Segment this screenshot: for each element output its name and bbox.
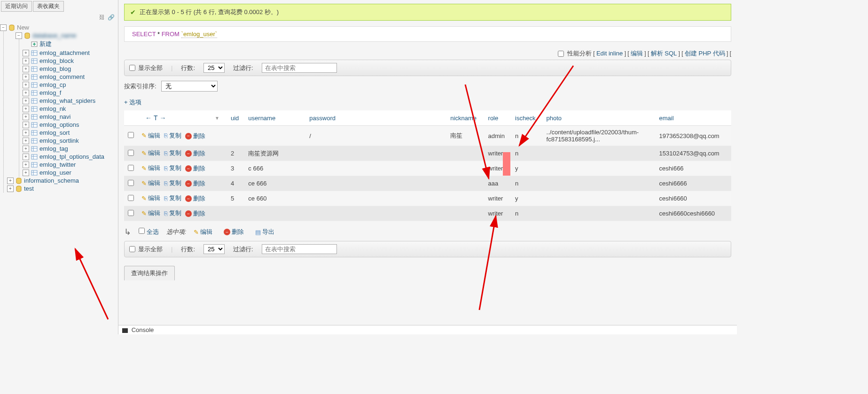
create-php-link[interactable]: 创建 PHP 代码 [685,50,725,57]
sort-indicator-icon[interactable]: ▼ [215,116,219,121]
tab-recent[interactable]: 近期访问 [1,1,32,12]
tree-table-emlog_blog[interactable]: emlog_blog [23,65,118,73]
tree-table-emlog_options[interactable]: emlog_options [23,121,118,129]
row-delete[interactable]: −删除 [185,149,205,158]
row-checkbox[interactable] [128,195,134,201]
expand-icon[interactable] [23,154,29,160]
tree-table-emlog_tag[interactable]: emlog_tag [23,145,118,153]
col-photo[interactable]: photo [543,110,656,126]
profiling-checkbox[interactable] [558,51,564,57]
link2-icon[interactable]: 🔗 [108,14,114,21]
arrow-left-icon[interactable]: ← [145,114,152,122]
parse-sql-link[interactable]: 解析 SQL [651,50,677,57]
expand-icon[interactable] [23,106,29,112]
row-edit[interactable]: ✎编辑 [141,179,160,187]
expand-icon[interactable] [23,74,29,80]
row-edit[interactable]: ✎编辑 [141,149,160,157]
row-copy[interactable]: ⎘复制 [164,164,181,172]
row-copy[interactable]: ⎘复制 [164,131,181,140]
expand-icon[interactable] [23,170,29,176]
expand-icon[interactable] [23,114,29,120]
expand-icon[interactable] [23,138,29,144]
expand-icon[interactable] [23,98,29,104]
row-checkbox[interactable] [128,132,134,138]
tree-table-emlog_nk[interactable]: emlog_nk [23,105,118,113]
tree-table-emlog_sort[interactable]: emlog_sort [23,129,118,137]
expand-icon[interactable] [23,58,29,64]
expand-icon[interactable] [7,185,14,192]
collapse-icon[interactable] [0,24,7,31]
col-password[interactable]: password [305,110,446,126]
col-nickname[interactable]: nickname [446,110,484,126]
tree-table-emlog_comment[interactable]: emlog_comment [23,73,118,81]
row-copy[interactable]: ⎘复制 [164,194,181,202]
tree-root[interactable]: New [0,23,118,31]
expand-icon[interactable] [23,82,29,88]
edit-inline-link[interactable]: Edit inline [596,50,623,57]
filter-input[interactable] [262,63,337,73]
expand-icon[interactable] [23,66,29,72]
show-all-control-bottom[interactable]: 显示全部 [129,245,163,254]
tab-favorites[interactable]: 表收藏夹 [33,1,64,12]
row-edit[interactable]: ✎编辑 [141,194,160,202]
arrow-right-icon[interactable]: → [160,114,166,122]
tree-db-information_schema[interactable]: information_schema [7,177,118,185]
row-copy[interactable]: ⎘复制 [164,179,181,187]
row-edit[interactable]: ✎编辑 [141,131,160,140]
link-icon[interactable]: ⛓ [98,14,105,21]
bulk-edit[interactable]: ✎ 编辑 [194,228,212,236]
tree-table-emlog_navi[interactable]: emlog_navi [23,113,118,121]
tree-table-emlog_tpl_options_data[interactable]: emlog_tpl_options_data [23,153,118,161]
row-delete[interactable]: −删除 [185,179,205,188]
expand-icon[interactable] [23,90,29,96]
tree-table-emlog_sortlink[interactable]: emlog_sortlink [23,137,118,145]
console-bar[interactable]: Console [118,325,737,334]
tree-table-emlog_f[interactable]: emlog_f [23,89,118,97]
col-email[interactable]: email [656,110,731,126]
sort-select[interactable]: 无 [161,81,218,92]
row-checkbox[interactable] [128,210,134,216]
row-delete[interactable]: −删除 [185,194,205,203]
bulk-export[interactable]: ▤ 导出 [255,228,274,236]
row-copy[interactable]: ⎘复制 [164,149,181,157]
edit-link[interactable]: 编辑 [631,50,643,57]
result-ops-tab[interactable]: 查询结果操作 [124,266,175,280]
expand-icon[interactable] [23,146,29,152]
tree-table-emlog_block[interactable]: emlog_block [23,57,118,65]
row-copy[interactable]: ⎘复制 [164,209,181,217]
options-toggle[interactable]: + 选项 [118,96,737,108]
select-all-control[interactable]: 全选 [139,228,159,236]
col-username[interactable]: username [244,110,305,126]
bulk-delete[interactable]: − 删除 [224,228,244,236]
tree-table-emlog_twitter[interactable]: emlog_twitter [23,161,118,169]
expand-icon[interactable] [7,178,14,184]
tree-db-node[interactable]: database_name [7,31,118,39]
row-checkbox[interactable] [128,150,134,156]
row-edit[interactable]: ✎编辑 [141,164,160,172]
tree-db-test[interactable]: test [7,185,118,193]
rows-select[interactable]: 25 [203,63,225,73]
row-edit[interactable]: ✎编辑 [141,209,160,217]
tree-table-emlog_cp[interactable]: emlog_cp [23,81,118,89]
text-direction-icon[interactable]: T [154,114,158,122]
row-delete[interactable]: −删除 [185,164,205,173]
col-ischeck[interactable]: ischeck [511,110,542,126]
col-uid[interactable]: uid [227,110,244,126]
expand-icon[interactable] [23,162,29,168]
col-role[interactable]: role [485,110,512,126]
row-checkbox[interactable] [128,165,134,171]
filter-input-bottom[interactable] [262,244,337,254]
expand-icon[interactable] [23,122,29,128]
tree-table-emlog_user[interactable]: emlog_user [23,169,118,177]
show-all-checkbox[interactable] [129,65,135,71]
row-delete[interactable]: −删除 [185,132,205,140]
row-checkbox[interactable] [128,180,134,186]
show-all-control[interactable]: 显示全部 [129,64,163,72]
show-all-checkbox-bottom[interactable] [129,246,135,252]
expand-icon[interactable] [23,50,29,56]
rows-select-bottom[interactable]: 25 [203,244,225,254]
collapse-icon[interactable] [16,32,22,39]
tree-table-emlog_what_spiders[interactable]: emlog_what_spiders [23,97,118,105]
tree-new-action[interactable]: 新建 [23,39,118,49]
select-all-checkbox[interactable] [139,228,145,234]
